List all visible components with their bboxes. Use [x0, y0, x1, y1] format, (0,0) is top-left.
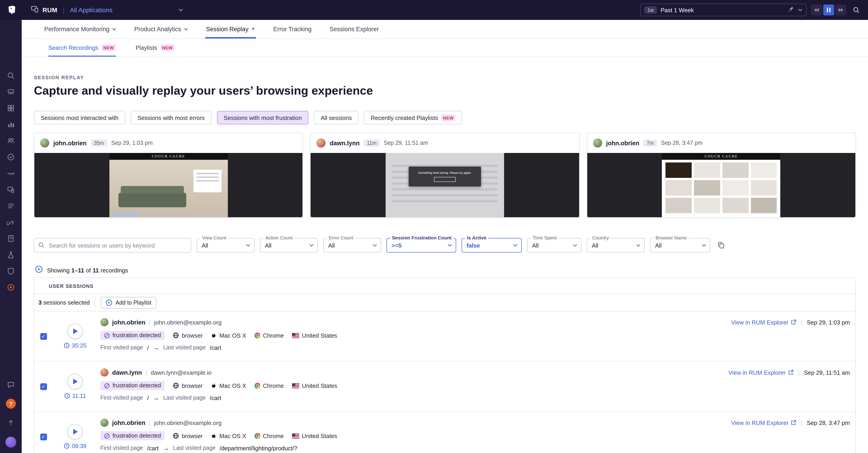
- add-to-playlist-button[interactable]: Add to Playlist: [101, 296, 156, 308]
- chat-icon[interactable]: [3, 376, 19, 393]
- product-switcher[interactable]: RUM: [31, 5, 57, 15]
- topbar-right-controls: 1w Past 1 Week: [640, 4, 862, 16]
- session-card-header: dawn.lynn 11m Sep 29, 11:51 am: [311, 133, 579, 153]
- zoom-search-icon[interactable]: [851, 4, 862, 16]
- user-email: john.obrien@example.org: [154, 419, 221, 426]
- thumb-site-title: COUCH CACHE: [109, 153, 228, 160]
- tab-session-replay[interactable]: Session Replay ▼: [205, 26, 256, 38]
- play-session-button[interactable]: [67, 424, 83, 440]
- play-session-button[interactable]: [67, 323, 83, 339]
- synthetics-icon[interactable]: [3, 149, 19, 165]
- view-in-rum-explorer-link[interactable]: View in RUM Explorer: [731, 419, 796, 426]
- session-row[interactable]: ✓ 35:25: [34, 311, 855, 362]
- user-avatar[interactable]: [5, 437, 16, 448]
- frustration-tag[interactable]: frustration detected: [100, 381, 164, 390]
- tab-sessions-explorer[interactable]: Sessions Explorer: [329, 26, 380, 38]
- user-name: dawn.lynn: [112, 369, 142, 376]
- play-session-button[interactable]: [67, 374, 83, 389]
- user-name: john.obrien: [53, 140, 87, 146]
- subtab-search-recordings[interactable]: Search Recordings NEW: [49, 39, 116, 57]
- filter-error-count[interactable]: Error Count All: [323, 238, 381, 253]
- frustration-tag[interactable]: frustration detected: [100, 431, 164, 440]
- row-checkbox[interactable]: ✓: [40, 333, 47, 340]
- chevron-down-icon: [246, 244, 250, 247]
- thumb-photo: [109, 160, 228, 217]
- pill-most-frustration[interactable]: Sessions with most frustration: [217, 111, 309, 124]
- session-thumbnail[interactable]: Something went wrong. Please try again.: [311, 153, 579, 217]
- avatar: [593, 139, 602, 147]
- metrics-icon[interactable]: [3, 116, 19, 133]
- session-card[interactable]: dawn.lynn 11m Sep 29, 11:51 am Something…: [310, 133, 580, 218]
- operating-system: Mac OS X: [211, 432, 246, 439]
- pill-most-interacted[interactable]: Sessions most interacted with: [34, 111, 125, 124]
- copy-icon[interactable]: [717, 241, 725, 250]
- pill-most-errors[interactable]: Sessions with most errors: [131, 111, 212, 124]
- first-visited-page: /: [147, 394, 149, 401]
- row-checkbox[interactable]: ✓: [40, 433, 47, 440]
- search-input[interactable]: [34, 238, 191, 253]
- quick-nav-icon[interactable]: [3, 415, 19, 431]
- selected-count: 3 sessions selected: [38, 299, 90, 306]
- filter-session-frustration-count[interactable]: Session Frustration Count >=5: [386, 238, 456, 253]
- time-range-label: Past 1 Week: [660, 6, 694, 13]
- user-name: john.obrien: [112, 319, 145, 325]
- security-icon[interactable]: [3, 263, 19, 279]
- session-date: Sep 28, 3:47 pm: [661, 140, 702, 146]
- time-range-caret-icon[interactable]: [798, 8, 802, 11]
- rewind-button[interactable]: [811, 4, 822, 16]
- session-card[interactable]: john.obrien 35m Sep 29, 1:03 pm COUCH CA…: [34, 133, 303, 218]
- dashboards-icon[interactable]: [3, 100, 19, 116]
- user-name: dawn.lynn: [330, 140, 360, 146]
- filter-is-active[interactable]: Is Active false: [462, 238, 522, 253]
- tab-performance-monitoring[interactable]: Performance Monitoring: [43, 26, 117, 38]
- infrastructure-icon[interactable]: [3, 84, 19, 100]
- tab-error-tracking[interactable]: Error Tracking: [272, 26, 313, 38]
- session-row[interactable]: ✓ 06:39: [34, 412, 855, 453]
- pill-recent-playlists[interactable]: Recently created Playlists NEW: [364, 111, 462, 124]
- new-badge: NEW: [160, 44, 175, 51]
- device-type: browser: [173, 332, 203, 339]
- session-thumbnail[interactable]: COUCH CACHE: [587, 153, 855, 217]
- filter-country[interactable]: Country All: [587, 238, 645, 253]
- search-icon[interactable]: [3, 67, 19, 84]
- rum-sessions-icon[interactable]: [3, 181, 19, 198]
- apm-icon[interactable]: [3, 165, 19, 181]
- sub-nav: Search Recordings NEW Playlists NEW: [22, 39, 868, 57]
- browser-name: Chrome: [254, 382, 284, 389]
- frustration-icon: [104, 433, 110, 439]
- filter-browser-name[interactable]: Browser Name All: [650, 238, 710, 253]
- session-card[interactable]: john.obrien 7m Sep 28, 3:47 pm COUCH CAC…: [587, 133, 856, 218]
- audience-icon[interactable]: [3, 133, 19, 149]
- filter-time-spent[interactable]: Time Spent All: [527, 238, 581, 253]
- logs-icon[interactable]: [3, 198, 19, 214]
- table-header: USER SESSIONS: [34, 278, 855, 294]
- notebooks-icon[interactable]: [3, 230, 19, 247]
- session-row[interactable]: ✓ 11:11: [34, 362, 855, 412]
- external-link-icon: [791, 319, 796, 325]
- integrations-icon[interactable]: [3, 214, 19, 230]
- frustration-tag[interactable]: frustration detected: [100, 331, 164, 340]
- divider: [95, 299, 96, 307]
- time-range-shortcut: 1w: [644, 6, 657, 13]
- view-in-rum-explorer-link[interactable]: View in RUM Explorer: [728, 369, 794, 376]
- subtab-playlists[interactable]: Playlists NEW: [135, 39, 175, 57]
- row-checkbox[interactable]: ✓: [40, 383, 47, 390]
- pill-all-sessions[interactable]: All sessions: [314, 111, 359, 124]
- play-circle-icon[interactable]: [35, 266, 42, 275]
- onboarding-target-icon[interactable]: [3, 279, 19, 295]
- pin-icon[interactable]: [788, 6, 794, 14]
- session-thumbnail[interactable]: COUCH CACHE: [34, 153, 303, 217]
- tab-product-analytics[interactable]: Product Analytics: [133, 26, 189, 38]
- pause-button[interactable]: [823, 4, 834, 16]
- operating-system: Mac OS X: [211, 332, 246, 339]
- fast-forward-button[interactable]: [835, 4, 846, 16]
- filter-view-count[interactable]: View Count All: [197, 238, 254, 253]
- help-icon[interactable]: ?: [6, 399, 16, 409]
- labs-icon[interactable]: [3, 247, 19, 263]
- view-in-rum-explorer-link[interactable]: View in RUM Explorer: [731, 319, 796, 325]
- us-flag-icon: [292, 383, 299, 388]
- application-selector[interactable]: All Applications: [70, 6, 183, 13]
- filter-action-count[interactable]: Action Count All: [260, 238, 318, 253]
- datadog-logo[interactable]: [6, 4, 18, 16]
- time-range-picker[interactable]: 1w Past 1 Week: [640, 4, 807, 16]
